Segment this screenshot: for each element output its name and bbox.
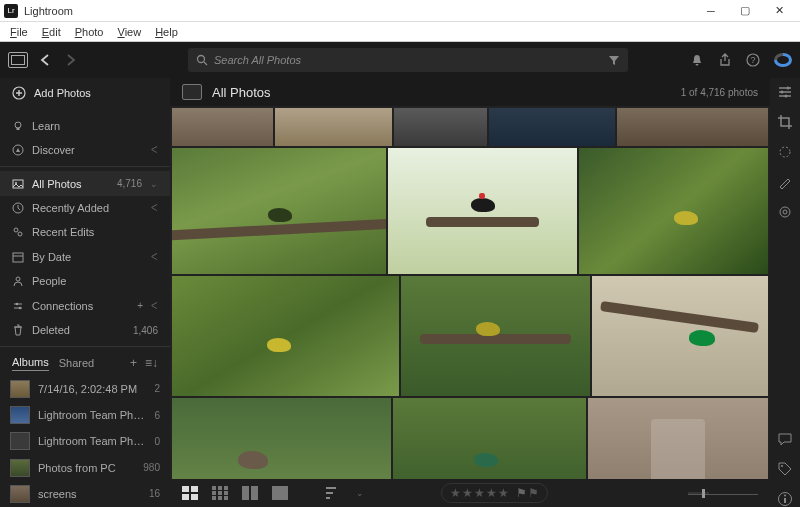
svg-point-15 [16,277,20,281]
help-icon[interactable]: ? [746,53,760,67]
svg-point-11 [14,228,18,232]
adjust-icon[interactable] [777,84,793,100]
photo-thumb[interactable] [388,148,577,274]
clock-icon [12,202,24,214]
search-bar[interactable]: Search All Photos [188,48,628,72]
detail-view-icon[interactable] [272,486,288,500]
heal-icon[interactable] [777,144,793,160]
content-header: All Photos 1 of 4,716 photos [170,78,770,106]
photo-thumb[interactable] [172,398,391,479]
zoom-slider[interactable] [688,492,758,495]
menu-edit[interactable]: Edit [36,25,67,39]
tab-albums[interactable]: Albums [12,356,49,371]
info-icon[interactable] [777,491,793,507]
svg-point-40 [781,465,783,467]
filter-icon[interactable] [608,54,620,66]
cloud-sync-icon[interactable] [774,53,792,67]
svg-point-12 [18,232,22,236]
svg-rect-13 [13,253,23,262]
photo-thumb[interactable] [401,276,590,396]
back-button[interactable] [38,53,54,67]
photo-thumb[interactable] [588,398,768,479]
sidebar-item-connections[interactable]: Connections + ᐸ [0,293,170,317]
photo-grid[interactable] [170,106,770,479]
content-title: All Photos [212,85,271,100]
photo-thumb[interactable] [489,108,615,146]
album-thumb [10,432,30,450]
search-placeholder: Search All Photos [214,54,301,66]
album-label: Lightroom Team Photos [38,409,146,421]
edits-icon [12,226,24,238]
svg-rect-26 [218,491,222,495]
add-photos-button[interactable]: Add Photos [0,78,170,108]
svg-rect-6 [17,128,20,130]
sidebar-item-recently-added[interactable]: Recently Added ᐸ [0,196,170,220]
album-item[interactable]: 7/14/16, 2:02:48 PM 2 [0,376,170,402]
compare-view-icon[interactable] [242,486,258,500]
photos-icon [12,178,24,190]
app-icon: Lr [4,4,18,18]
photo-thumb[interactable] [172,276,399,396]
album-item[interactable]: screens 16 [0,481,170,507]
svg-point-38 [780,207,790,217]
menu-file[interactable]: File [4,25,34,39]
rating-stars[interactable]: ★★★★★ ⚑⚑ [441,483,548,503]
sidebar-item-label: Recently Added [32,202,143,214]
share-icon[interactable] [718,53,732,67]
sidebar-item-people[interactable]: People [0,269,170,293]
photo-thumb[interactable] [393,398,586,479]
bell-icon[interactable] [690,53,704,67]
small-grid-icon[interactable] [212,486,228,500]
photo-thumb[interactable] [275,108,393,146]
svg-rect-33 [272,486,288,500]
album-item[interactable]: Photos from PC 980 [0,454,170,480]
photo-thumb[interactable] [617,108,768,146]
photo-thumb[interactable] [172,108,273,146]
album-thumb [10,485,30,503]
album-label: Lightroom Team Photos [38,435,146,447]
sort-chevron-icon[interactable]: ⌄ [356,488,364,498]
svg-point-34 [787,87,790,90]
sidebar-item-recent-edits[interactable]: Recent Edits [0,220,170,244]
sidebar-item-all-photos[interactable]: All Photos 4,716 ⌄ [0,171,170,195]
menu-photo[interactable]: Photo [69,25,110,39]
svg-point-43 [784,495,786,497]
svg-point-36 [785,95,788,98]
svg-rect-23 [218,486,222,490]
svg-rect-18 [182,486,189,492]
sidebar-learn[interactable]: Learn [0,114,170,138]
tab-shared[interactable]: Shared [59,357,94,369]
svg-point-35 [781,91,784,94]
album-count: 0 [154,436,160,447]
gradient-icon[interactable] [777,204,793,220]
plus-icon[interactable]: + [137,300,143,311]
tag-icon[interactable] [777,461,793,477]
forward-button[interactable] [62,53,78,67]
sidebar-discover[interactable]: Discover ᐸ [0,138,170,162]
photo-thumb[interactable] [394,108,486,146]
crop-icon[interactable] [777,114,793,130]
album-item[interactable]: Lightroom Team Photos 6 [0,402,170,428]
sort-icon[interactable] [326,486,342,500]
chevron-down-icon: ⌄ [150,179,158,189]
brush-icon[interactable] [777,174,793,190]
add-album-icon[interactable]: + [130,356,137,370]
photo-thumb[interactable] [592,276,768,396]
sort-albums-icon[interactable]: ≡↓ [145,356,158,370]
sidebar-item-by-date[interactable]: By Date ᐸ [0,245,170,269]
photo-thumb[interactable] [579,148,768,274]
sidebar-item-deleted[interactable]: Deleted 1,406 [0,318,170,342]
photo-count: 1 of 4,716 photos [681,87,758,98]
grid-view-icon[interactable] [182,486,198,500]
photo-thumb[interactable] [172,148,386,274]
minimize-button[interactable]: ─ [694,5,728,17]
menu-view[interactable]: View [111,25,147,39]
home-grid-icon[interactable] [8,52,28,68]
collection-icon [182,84,202,100]
close-button[interactable]: ✕ [762,4,796,17]
menu-help[interactable]: Help [149,25,184,39]
maximize-button[interactable]: ▢ [728,4,762,17]
comment-icon[interactable] [777,431,793,447]
svg-rect-27 [224,491,228,495]
album-item[interactable]: Lightroom Team Photos 0 [0,428,170,454]
